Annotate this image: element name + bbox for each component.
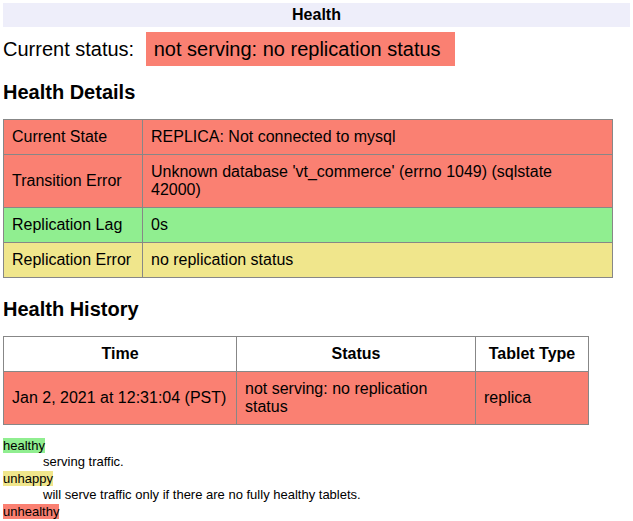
history-time-cell: Jan 2, 2021 at 12:31:04 (PST) (4, 372, 237, 425)
legend-term-healthy-chip: healthy (3, 438, 45, 453)
legend-description: will serve traffic only if there are no … (43, 488, 630, 503)
legend-term-unhealthy-chip: unhealthy (3, 504, 59, 519)
page-title: Health (292, 6, 341, 23)
detail-value-cell: 0s (143, 208, 613, 243)
table-row: Transition Error Unknown database 'vt_co… (4, 155, 613, 208)
detail-value-cell: Unknown database 'vt_commerce' (errno 10… (143, 155, 613, 208)
current-status-line: Current status: not serving: no replicat… (3, 38, 630, 61)
legend-term-unhappy-chip: unhappy (3, 471, 53, 486)
current-status-label: Current status: (3, 38, 134, 60)
column-header-tablet-type: Tablet Type (476, 337, 589, 372)
table-row: Current State REPLICA: Not connected to … (4, 120, 613, 155)
health-details-heading: Health Details (3, 81, 630, 104)
column-header-time: Time (4, 337, 237, 372)
table-row: Replication Lag 0s (4, 208, 613, 243)
detail-value-cell: no replication status (143, 243, 613, 278)
legend-term-healthy: healthy (3, 439, 630, 454)
detail-label-cell: Current State (4, 120, 143, 155)
table-header-row: Time Status Tablet Type (4, 337, 589, 372)
detail-label-cell: Replication Error (4, 243, 143, 278)
table-row: Jan 2, 2021 at 12:31:04 (PST) not servin… (4, 372, 589, 425)
page-header: Health (3, 3, 630, 27)
legend: healthy serving traffic. unhappy will se… (3, 439, 630, 521)
health-history-heading: Health History (3, 298, 630, 321)
health-history-table: Time Status Tablet Type Jan 2, 2021 at 1… (3, 336, 589, 425)
detail-value-cell: REPLICA: Not connected to mysql (143, 120, 613, 155)
column-header-status: Status (237, 337, 476, 372)
legend-term-unhappy: unhappy (3, 472, 630, 487)
detail-label-cell: Transition Error (4, 155, 143, 208)
current-status-badge: not serving: no replication status (146, 32, 455, 66)
table-row: Replication Error no replication status (4, 243, 613, 278)
history-status-cell: not serving: no replication status (237, 372, 476, 425)
history-tablet-type-cell: replica (476, 372, 589, 425)
legend-term-unhealthy: unhealthy (3, 505, 630, 520)
detail-label-cell: Replication Lag (4, 208, 143, 243)
health-details-table: Current State REPLICA: Not connected to … (3, 119, 613, 278)
legend-description: serving traffic. (43, 455, 630, 470)
